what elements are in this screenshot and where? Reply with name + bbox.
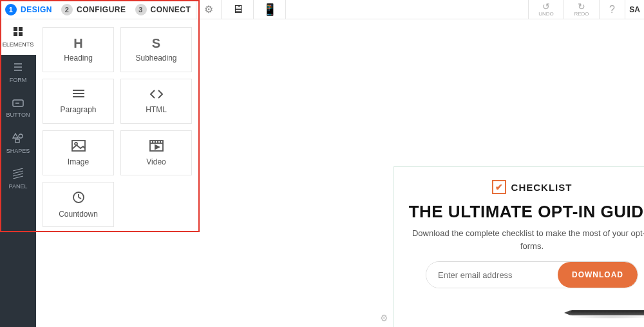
paragraph-icon <box>71 88 86 101</box>
sidebar-item-panel[interactable]: PANEL <box>0 161 36 197</box>
optin-subtitle[interactable]: Download the complete checklist to make … <box>407 227 644 252</box>
countdown-icon <box>72 191 85 206</box>
svg-marker-9 <box>13 134 18 138</box>
element-label: Subheading <box>135 54 176 63</box>
email-input[interactable] <box>426 262 558 288</box>
checklist-row: ✔ CHECKLIST <box>492 180 573 194</box>
sidebar-item-elements[interactable]: ELEMENTS <box>0 19 36 55</box>
mobile-icon: 📱 <box>263 3 277 17</box>
sidebar-item-form[interactable]: FORM <box>0 55 36 90</box>
svg-line-30 <box>79 197 81 199</box>
editor-sidebar: ELEMENTS FORM BUTTON SHAPES PANEL <box>0 19 36 327</box>
step-configure[interactable]: 2 CONFIGURE <box>61 4 126 15</box>
step-label: CONFIGURE <box>77 5 126 14</box>
optin-form: DOWNLOAD <box>426 261 638 288</box>
element-label: Countdown <box>59 210 98 219</box>
shapes-icon <box>12 133 24 145</box>
step-number: 3 <box>135 4 147 15</box>
svg-rect-3 <box>19 32 23 36</box>
sidebar-item-label: ELEMENTS <box>3 41 34 48</box>
optin-preview-block[interactable]: ⚙ ✔ CHECKLIST THE ULTIMATE OPT-IN GUIDE … <box>393 166 644 327</box>
heading-icon: H <box>73 37 82 50</box>
svg-line-14 <box>13 173 23 176</box>
sidebar-item-label: SHAPES <box>6 148 30 154</box>
image-icon <box>71 140 86 154</box>
element-label: Image <box>68 157 89 166</box>
element-countdown[interactable]: Countdown <box>43 182 114 227</box>
pen-illustration <box>564 308 644 319</box>
svg-point-10 <box>19 134 23 138</box>
step-number: 1 <box>5 4 17 15</box>
step-connect[interactable]: 3 CONNECT <box>135 4 191 15</box>
block-settings-gear[interactable]: ⚙ <box>380 313 388 323</box>
button-icon <box>12 99 24 109</box>
elements-panel: H Heading S Subheading Paragraph HTML <box>36 19 198 235</box>
sidebar-item-shapes[interactable]: SHAPES <box>0 126 36 161</box>
subheading-icon: S <box>152 37 160 50</box>
svg-rect-2 <box>14 32 17 36</box>
element-label: Paragraph <box>60 105 96 114</box>
undo-icon: ↺ <box>542 2 550 11</box>
help-icon: ? <box>609 4 615 15</box>
elements-icon <box>13 26 23 39</box>
editor-canvas: H Heading S Subheading Paragraph HTML <box>36 19 644 327</box>
desktop-preview-button[interactable]: 🖥 <box>222 0 254 19</box>
checklist-label: CHECKLIST <box>511 182 573 193</box>
svg-line-13 <box>13 171 23 173</box>
top-actions: ↺ UNDO ↻ REDO ? SA <box>528 0 644 19</box>
optin-title[interactable]: THE ULTIMATE OPT-IN GUIDE <box>409 202 644 222</box>
element-label: HTML <box>146 105 167 114</box>
element-label: Video <box>146 157 166 166</box>
element-image[interactable]: Image <box>43 130 114 175</box>
desktop-icon: 🖥 <box>232 3 243 16</box>
mobile-preview-button[interactable]: 📱 <box>254 0 286 19</box>
step-tabs: 1 DESIGN 2 CONFIGURE 3 CONNECT <box>0 4 196 15</box>
element-label: Heading <box>64 54 93 63</box>
download-button[interactable]: DOWNLOAD <box>558 262 638 288</box>
check-icon: ✔ <box>492 180 506 194</box>
settings-button[interactable]: ⚙ <box>196 0 222 19</box>
element-paragraph[interactable]: Paragraph <box>43 79 114 124</box>
svg-rect-0 <box>14 27 17 31</box>
element-subheading[interactable]: S Subheading <box>120 27 192 72</box>
svg-rect-11 <box>15 139 19 143</box>
sidebar-item-button[interactable]: BUTTON <box>0 90 36 126</box>
svg-marker-27 <box>155 145 159 149</box>
step-label: DESIGN <box>21 5 52 14</box>
redo-button[interactable]: ↻ REDO <box>564 0 599 19</box>
html-icon <box>149 88 164 101</box>
step-label: CONNECT <box>151 5 191 14</box>
step-design[interactable]: 1 DESIGN <box>5 4 52 15</box>
form-icon <box>13 62 23 74</box>
top-bar: 1 DESIGN 2 CONFIGURE 3 CONNECT ⚙ 🖥 📱 ↺ U… <box>0 0 644 19</box>
step-number: 2 <box>61 4 73 15</box>
device-preview-toggle: 🖥 📱 <box>222 0 286 19</box>
element-video[interactable]: Video <box>120 130 192 175</box>
panel-icon <box>13 168 23 181</box>
sidebar-item-label: BUTTON <box>6 112 30 118</box>
redo-label: REDO <box>574 11 589 17</box>
help-button[interactable]: ? <box>599 0 625 19</box>
svg-line-15 <box>13 176 23 179</box>
sidebar-item-label: PANEL <box>9 183 28 190</box>
save-button[interactable]: SA <box>625 0 644 19</box>
element-html[interactable]: HTML <box>120 79 192 124</box>
redo-icon: ↻ <box>578 2 585 11</box>
element-heading[interactable]: H Heading <box>43 27 114 72</box>
gear-icon: ⚙ <box>204 3 213 15</box>
undo-label: UNDO <box>538 11 554 17</box>
video-icon <box>149 140 164 154</box>
sidebar-item-label: FORM <box>10 77 27 83</box>
svg-line-12 <box>13 168 23 171</box>
svg-rect-1 <box>19 27 23 31</box>
undo-button[interactable]: ↺ UNDO <box>528 0 564 19</box>
